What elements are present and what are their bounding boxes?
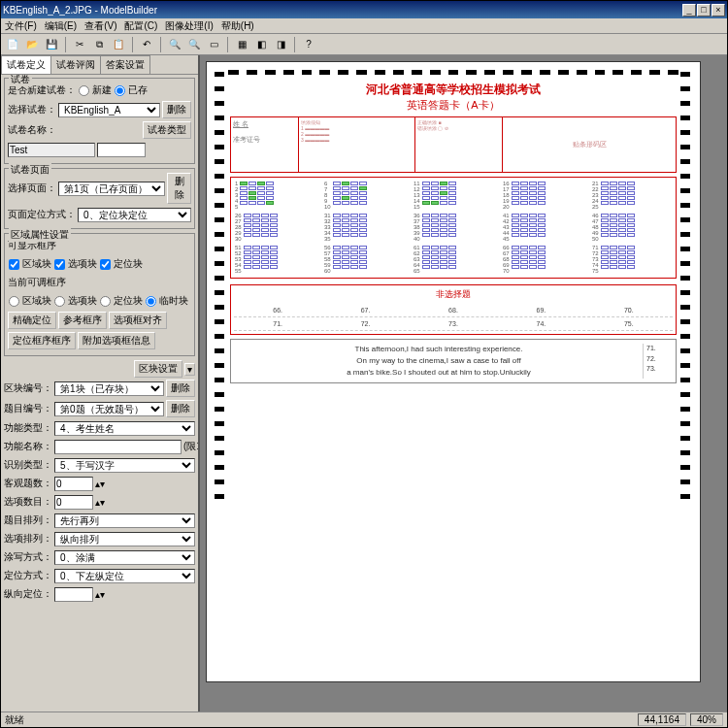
status-ready: 就绪 <box>5 713 24 727</box>
paste-icon[interactable]: 📋 <box>110 36 127 53</box>
select-paint[interactable]: 0、涂满 <box>54 550 195 565</box>
menu-edit[interactable]: 编辑(E) <box>45 19 77 33</box>
btn-ref[interactable]: 参考框序 <box>58 312 107 329</box>
spinner-icon[interactable]: ▴▾ <box>95 479 105 489</box>
tab-answer[interactable]: 答案设置 <box>100 55 150 74</box>
type-button[interactable]: 试卷类型 <box>143 121 191 139</box>
select-arr[interactable]: 先行再列 <box>54 513 195 528</box>
open-icon[interactable]: 📂 <box>23 36 41 53</box>
delete-button[interactable]: 删除 <box>162 101 191 118</box>
canvas[interactable]: 河北省普通高等学校招生模拟考试 英语答题卡（A卡） 姓 名 准考证号 填涂须知1… <box>200 55 727 711</box>
help-icon[interactable]: ? <box>300 36 317 53</box>
fit-icon[interactable]: ▭ <box>205 36 222 53</box>
select-optarr[interactable]: 纵向排列 <box>54 532 195 546</box>
group-page: 试卷页面 选择页面： 第1页（已存页面） 删除 页面定位方式： 0、定位块定位 <box>4 168 195 229</box>
sheet-subtitle: 英语答题卡（A卡） <box>230 98 677 113</box>
cb-region[interactable] <box>9 259 19 270</box>
statusbar: 就绪 44,1164 40% <box>1 711 727 727</box>
menubar: 文件(F) 编辑(E) 查看(V) 配置(C) 图像处理(I) 帮助(H) <box>1 18 727 34</box>
zoom-in-icon[interactable]: 🔍 <box>166 36 183 53</box>
r-option[interactable] <box>54 296 65 307</box>
cb-locate[interactable] <box>100 259 111 270</box>
btn-align[interactable]: 选项框对齐 <box>109 312 167 329</box>
select-page[interactable]: 第1页（已存页面） <box>58 182 165 196</box>
r-locate[interactable] <box>100 296 111 307</box>
select-block[interactable]: 第1块（已存块） <box>54 381 164 396</box>
menu-view[interactable]: 查看(V) <box>84 19 116 33</box>
header-box: 姓 名 准考证号 填涂须知1 ▬▬▬▬▬2 ▬▬▬▬▬3 ▬▬▬▬▬ 正确填涂 … <box>230 116 677 173</box>
tool-icon[interactable]: ◧ <box>252 36 270 53</box>
tool-icon[interactable]: ▦ <box>233 36 250 53</box>
input-funcname[interactable] <box>54 440 182 454</box>
block-settings-button[interactable]: 区块设置 <box>134 360 182 378</box>
radio-new[interactable] <box>79 85 89 96</box>
spinner-icon[interactable]: ▴▾ <box>95 497 105 508</box>
maximize-button[interactable]: □ <box>697 4 711 17</box>
copy-icon[interactable]: ⧉ <box>90 36 108 53</box>
r-temp[interactable] <box>146 296 156 307</box>
status-zoom: 40% <box>690 713 723 726</box>
select-sheet[interactable]: KBEnglish_A <box>58 103 160 117</box>
status-coords: 44,1164 <box>638 713 686 726</box>
del-question[interactable]: 删除 <box>166 400 195 417</box>
select-locate[interactable]: 0、定位块定位 <box>78 208 191 222</box>
essay-box: 非选择题 66.67.68.69.70. 71.72.73.74.75. <box>230 284 677 335</box>
menu-file[interactable]: 文件(F) <box>5 19 37 33</box>
chevron-down-icon[interactable]: ▾ <box>184 363 195 376</box>
group-region: 区域属性设置 可显示框序 区域块 选项块 定位块 当前可调框序 区域块 选项块 … <box>4 233 195 356</box>
r-region[interactable] <box>9 296 19 307</box>
tab-define[interactable]: 试卷定义 <box>1 55 51 74</box>
close-button[interactable]: × <box>711 4 725 17</box>
select-loc[interactable]: 0、下左纵定位 <box>54 569 195 583</box>
del-block[interactable]: 删除 <box>166 380 195 397</box>
select-question[interactable]: 第0题（无效题号） <box>54 402 164 416</box>
tool-icon[interactable]: ◨ <box>272 36 289 53</box>
cb-option[interactable] <box>54 259 65 270</box>
bubble-section: 1234567891011121314151617181920212223242… <box>230 177 677 279</box>
delete-page-button[interactable]: 删除 <box>167 173 191 204</box>
menu-config[interactable]: 配置(C) <box>124 19 157 33</box>
toolbar: 📄 📂 💾 ✂ ⧉ 📋 ↶ 🔍 🔍 ▭ ▦ ◧ ◨ ? <box>1 34 727 55</box>
menu-help[interactable]: 帮助(H) <box>221 19 254 33</box>
spinner-icon[interactable]: ▴▾ <box>95 589 105 600</box>
btn-precise[interactable]: 精确定位 <box>8 312 56 329</box>
btn-locate-frame[interactable]: 定位框序框序 <box>8 332 76 349</box>
radio-exist[interactable] <box>115 85 125 96</box>
input-objcount[interactable] <box>54 477 93 491</box>
window-title: KBEnglish_A_2.JPG - ModelBuilder <box>3 5 682 16</box>
select-functype[interactable]: 4、考生姓名 <box>54 421 195 436</box>
cut-icon[interactable]: ✂ <box>71 36 88 53</box>
zoom-out-icon[interactable]: 🔍 <box>185 36 203 53</box>
group-sheet: 试卷 是否新建试卷： 新建 已存 选择试卷： KBEnglish_A 删除 试卷… <box>4 78 195 164</box>
input-optcount[interactable] <box>54 495 93 510</box>
titlebar: KBEnglish_A_2.JPG - ModelBuilder _ □ × <box>1 1 727 18</box>
new-icon[interactable]: 📄 <box>4 36 21 53</box>
menu-image[interactable]: 图像处理(I) <box>165 19 213 33</box>
minimize-button[interactable]: _ <box>682 4 696 17</box>
name-input[interactable] <box>8 143 95 157</box>
input-xy[interactable] <box>54 587 93 602</box>
name-input2[interactable] <box>97 143 146 157</box>
answer-sheet: 河北省普通高等学校招生模拟考试 英语答题卡（A卡） 姓 名 准考证号 填涂须知1… <box>206 61 701 682</box>
sheet-title: 河北省普通高等学校招生模拟考试 <box>230 82 677 98</box>
btn-extra[interactable]: 附加选项框信息 <box>78 332 155 349</box>
undo-icon[interactable]: ↶ <box>138 36 155 53</box>
select-rectype[interactable]: 5、手写汉字 <box>54 458 195 473</box>
save-icon[interactable]: 💾 <box>43 36 60 53</box>
sidebar: 试卷定义 试卷评阅 答案设置 试卷 是否新建试卷： 新建 已存 选择试卷： KB… <box>1 55 200 711</box>
writing-box: This afternoon,I had such interesting ex… <box>230 339 677 383</box>
tab-review[interactable]: 试卷评阅 <box>50 55 101 74</box>
